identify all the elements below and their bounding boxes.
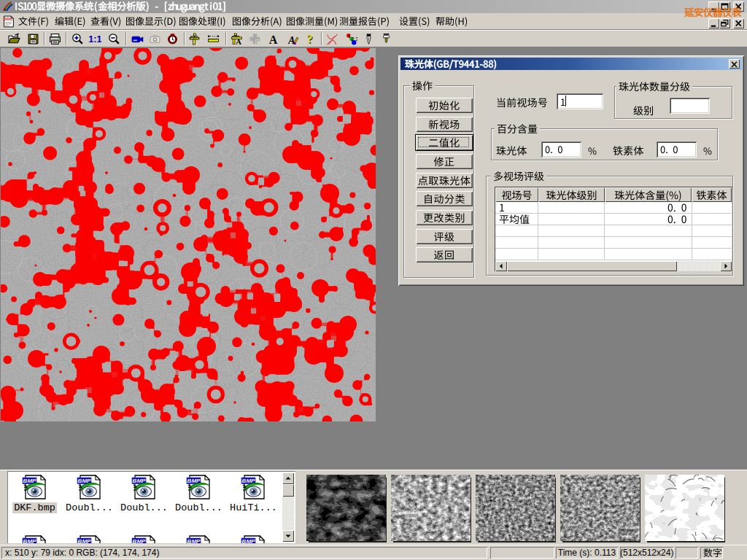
svg-text:1:1: 1:1 [89,34,101,44]
svg-text:3: 3 [355,36,357,42]
svg-text:A: A [269,34,278,45]
svg-text:DOC: DOC [3,17,13,21]
svg-text:A: A [236,38,241,45]
svg-text:?: ? [307,33,313,45]
